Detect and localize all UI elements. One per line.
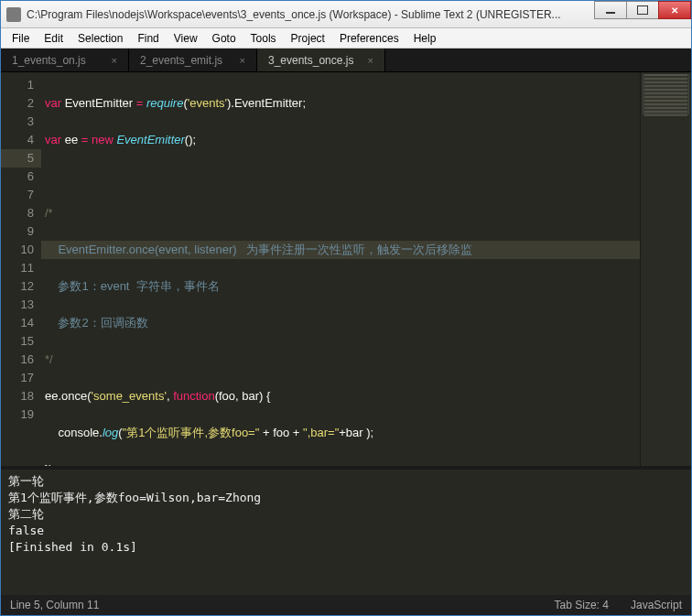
- window-title: C:\Program Files\nodejs\Workspace\events…: [27, 8, 595, 21]
- menu-find[interactable]: Find: [130, 30, 166, 47]
- code-line: */: [41, 351, 640, 369]
- close-button[interactable]: [658, 1, 691, 19]
- code-line: var ee = new EventEmitter();: [41, 131, 640, 149]
- menu-view[interactable]: View: [167, 30, 205, 47]
- menu-selection[interactable]: Selection: [70, 30, 130, 47]
- status-cursor-position[interactable]: Line 5, Column 11: [10, 599, 99, 611]
- editor: 12345678910111213141516171819 var EventE…: [1, 72, 691, 466]
- menu-goto[interactable]: Goto: [205, 30, 243, 47]
- maximize-button[interactable]: [626, 1, 659, 19]
- menu-edit[interactable]: Edit: [37, 30, 70, 47]
- code-line: [41, 168, 640, 186]
- code-line: 参数1：event 字符串，事件名: [41, 277, 640, 296]
- minimap[interactable]: [640, 72, 691, 466]
- code-line: });: [41, 460, 640, 466]
- build-output-panel[interactable]: 第一轮 第1个监听事件,参数foo=Wilson,bar=Zhong 第二轮 f…: [1, 466, 691, 595]
- close-icon[interactable]: ×: [112, 55, 117, 66]
- menu-bar: File Edit Selection Find View Goto Tools…: [1, 28, 691, 49]
- code-line: /*: [41, 204, 640, 222]
- line-gutter: 12345678910111213141516171819: [1, 72, 41, 466]
- window-controls: [595, 1, 691, 27]
- close-icon[interactable]: ×: [240, 55, 245, 66]
- menu-tools[interactable]: Tools: [243, 30, 284, 47]
- status-bar: Line 5, Column 11 Tab Size: 4 JavaScript: [1, 595, 691, 615]
- code-line: EventEmitter.once(event, listener) 为事件注册…: [41, 241, 640, 259]
- minimize-button[interactable]: [594, 1, 627, 19]
- app-icon: [6, 7, 21, 22]
- menu-file[interactable]: File: [5, 30, 37, 47]
- menu-project[interactable]: Project: [284, 30, 332, 47]
- tab-label: 2_events_emit.js: [140, 54, 222, 67]
- code-line: ee.once('some_events', function(foo, bar…: [41, 387, 640, 405]
- code-area[interactable]: var EventEmitter = require('events').Eve…: [41, 72, 640, 466]
- close-icon[interactable]: ×: [368, 55, 373, 66]
- code-line: var EventEmitter = require('events').Eve…: [41, 94, 640, 113]
- menu-preferences[interactable]: Preferences: [332, 30, 406, 47]
- tab-bar: 1_events_on.js × 2_events_emit.js × 3_ev…: [1, 49, 691, 72]
- code-line: console.log("第1个监听事件,参数foo=" + foo + ",b…: [41, 424, 640, 442]
- tab-1-events-on[interactable]: 1_events_on.js ×: [1, 49, 129, 71]
- window-titlebar: C:\Program Files\nodejs\Workspace\events…: [1, 1, 691, 28]
- tab-3-events-once[interactable]: 3_events_once.js ×: [257, 49, 385, 71]
- tab-label: 3_events_once.js: [268, 54, 353, 67]
- menu-help[interactable]: Help: [406, 30, 444, 47]
- status-syntax[interactable]: JavaScript: [631, 599, 682, 611]
- status-tab-size[interactable]: Tab Size: 4: [555, 599, 609, 611]
- tab-label: 1_events_on.js: [12, 54, 86, 67]
- code-line: 参数2：回调函数: [41, 314, 640, 332]
- tab-2-events-emit[interactable]: 2_events_emit.js ×: [129, 49, 257, 71]
